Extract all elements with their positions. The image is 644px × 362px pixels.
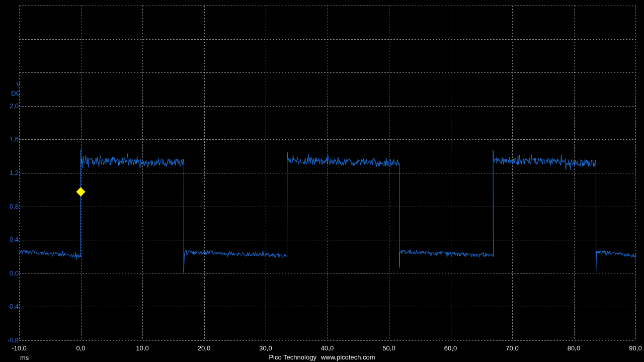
- footer-brand: Pico Technology: [269, 353, 316, 361]
- y-axis-unit-label: V: [16, 81, 21, 88]
- scope-plot-canvas: [0, 0, 644, 362]
- oscilloscope-screen: -10,00,010,020,030,040,050,060,070,080,0…: [0, 0, 644, 362]
- footer-url: www.picotech.com: [321, 353, 375, 361]
- footer: Pico Technology www.picotech.com: [0, 353, 644, 361]
- y-axis-coupling-label: DC: [11, 90, 21, 97]
